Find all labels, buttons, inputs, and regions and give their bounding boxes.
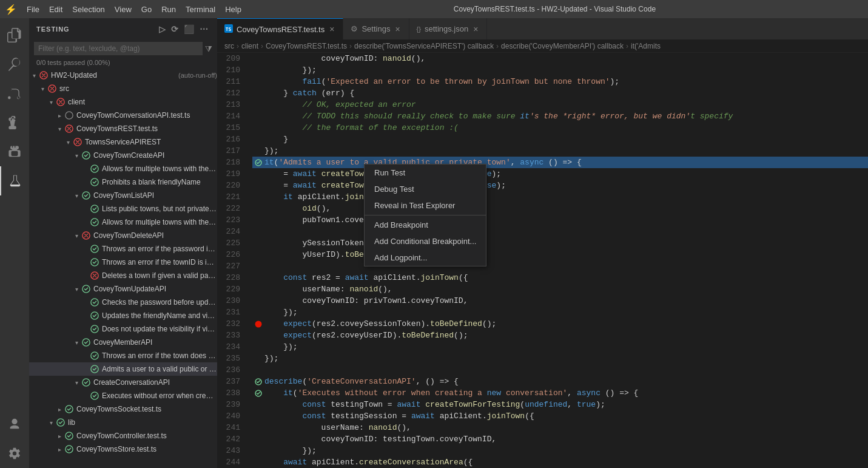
code-line: yUserID).toBeDefined(); bbox=[252, 249, 868, 260]
line-number: 226 bbox=[217, 249, 240, 260]
tree-arrow[interactable]: ▸ bbox=[55, 444, 64, 454]
more-actions-button[interactable]: ⋯ bbox=[198, 23, 210, 35]
tree-arrow[interactable]: ▾ bbox=[55, 124, 64, 134]
activity-accounts[interactable] bbox=[0, 410, 29, 439]
tree-arrow[interactable]: ▾ bbox=[72, 191, 81, 200]
tree-item-member-2[interactable]: Admits a user to a valid public or priva… bbox=[29, 362, 217, 376]
activity-source-control[interactable] bbox=[0, 79, 29, 108]
tab-settings[interactable]: ⚙Settings× bbox=[343, 18, 409, 39]
context-menu-item-add-breakpoint[interactable]: Add Breakpoint bbox=[365, 217, 486, 233]
context-menu-item-add-logpoint[interactable]: Add Logpoint... bbox=[365, 249, 486, 266]
context-menu-item-reveal-in-explorer[interactable]: Reveal in Test Explorer bbox=[365, 197, 486, 214]
tree-item-socket-test[interactable]: ▸CoveyTownsSocket.test.ts bbox=[29, 402, 217, 416]
run-with-coverage-button[interactable]: ⟳ bbox=[170, 23, 180, 35]
tree-item-delete-api[interactable]: ▾CoveyTownDeleteAPI bbox=[29, 229, 217, 242]
tree-item-update-1[interactable]: Checks the password before updating any … bbox=[29, 296, 217, 309]
tree-item-delete-1[interactable]: Throws an error if the password is inval… bbox=[29, 242, 217, 256]
tree-arrow[interactable]: ▾ bbox=[72, 284, 81, 294]
tree-item-src[interactable]: ▾src bbox=[29, 82, 217, 95]
breadcrumb-part-0[interactable]: src bbox=[224, 42, 234, 50]
breadcrumb-separator: › bbox=[626, 42, 628, 50]
tree-item-conv-1[interactable]: Executes without error when creating a n… bbox=[29, 389, 217, 402]
tree-item-store[interactable]: ▸CoveyTownsStore.test.ts bbox=[29, 443, 217, 456]
tree-arrow[interactable]: ▸ bbox=[55, 110, 64, 120]
run-all-button[interactable]: ▷ bbox=[158, 23, 167, 35]
tree-item-create-api[interactable]: ▾CoveyTownCreateAPI bbox=[29, 149, 217, 162]
breadcrumb-part-4[interactable]: describe('CoveyMemberAPI') callback bbox=[501, 42, 624, 50]
tree-item-covey-town-conv[interactable]: ▸CoveyTownConversationAPI.test.ts bbox=[29, 109, 217, 122]
tab-main[interactable]: TSCoveyTownsREST.test.ts× bbox=[217, 18, 343, 39]
menu-help[interactable]: Help bbox=[220, 4, 246, 15]
breadcrumb-part-5[interactable]: it('Admits bbox=[631, 42, 661, 50]
tree-item-covey-towns-rest[interactable]: ▾CoveyTownsREST.test.ts bbox=[29, 122, 217, 135]
tree-arrow[interactable]: ▾ bbox=[72, 231, 81, 240]
tree-item-list-api[interactable]: ▾CoveyTownListAPI bbox=[29, 189, 217, 202]
tree-item-towns-svc[interactable]: ▾TownsServiceAPIREST bbox=[29, 135, 217, 149]
tree-arrow[interactable]: ▸ bbox=[55, 404, 64, 414]
activity-search[interactable] bbox=[0, 50, 29, 79]
sidebar-title: TESTING bbox=[36, 25, 70, 33]
activity-run-debug[interactable] bbox=[0, 108, 29, 137]
tab-close-button[interactable]: × bbox=[394, 24, 401, 35]
tree-arrow[interactable]: ▾ bbox=[63, 137, 73, 147]
activity-settings[interactable] bbox=[0, 439, 29, 468]
stop-button[interactable]: ⬛ bbox=[183, 23, 196, 35]
menu-file[interactable]: File bbox=[22, 4, 44, 15]
breadcrumb-part-3[interactable]: describe('TownsServiceAPIREST') callback bbox=[354, 42, 494, 50]
code-line bbox=[252, 226, 868, 237]
tree-item-label: CreateConversationAPI bbox=[93, 378, 217, 387]
tree-arrow[interactable]: ▸ bbox=[55, 431, 64, 441]
tab-settings-json[interactable]: {}settings.json× bbox=[409, 18, 488, 39]
tree-arrow[interactable]: ▾ bbox=[72, 337, 81, 347]
filter-input[interactable] bbox=[34, 42, 203, 55]
tree-item-client[interactable]: ▾client bbox=[29, 95, 217, 109]
code-line: const res2 = await apiClient.joinTown({ bbox=[252, 272, 868, 283]
activity-extensions[interactable] bbox=[0, 137, 29, 166]
tree-arrow[interactable]: ▾ bbox=[29, 70, 39, 80]
tree-arrow[interactable]: ▾ bbox=[72, 378, 81, 387]
menu-terminal[interactable]: Terminal bbox=[181, 4, 220, 15]
context-menu: Run TestDebug TestReveal in Test Explore… bbox=[364, 164, 486, 266]
tree-item-delete-2[interactable]: Throws an error if the townID is invalid bbox=[29, 256, 217, 269]
tree-item-delete-3[interactable]: Deletes a town if given a valid password… bbox=[29, 269, 217, 282]
tab-close-button[interactable]: × bbox=[472, 24, 479, 35]
breadcrumb-part-2[interactable]: CoveyTownsREST.test.ts bbox=[266, 42, 347, 50]
tree-item-list-2[interactable]: Allows for multiple towns with the same … bbox=[29, 215, 217, 229]
menu-selection[interactable]: Selection bbox=[67, 4, 109, 15]
menu-edit[interactable]: Edit bbox=[44, 4, 67, 15]
tree-item-update-api[interactable]: ▾CoveyTownUpdateAPI bbox=[29, 282, 217, 296]
tree-arrow[interactable]: ▾ bbox=[46, 418, 56, 427]
code-content[interactable]: coveyTownID: nanoid(), }); fail('Expecte… bbox=[247, 53, 868, 468]
tree-item-conv-api[interactable]: ▾CreateConversationAPI bbox=[29, 376, 217, 389]
activity-testing[interactable] bbox=[0, 166, 29, 195]
code-area[interactable]: 2092102112122132142152162172182192202212… bbox=[217, 53, 868, 468]
tree-item-list-1[interactable]: Lists public towns, but not private town… bbox=[29, 202, 217, 215]
tree-item-hw2[interactable]: ▾HW2-Updated(auto-run-off) bbox=[29, 69, 217, 82]
tree-item-update-2[interactable]: Updates the friendlyName and visibility … bbox=[29, 309, 217, 322]
breadcrumb-part-1[interactable]: client bbox=[241, 42, 258, 50]
context-menu-item-add-conditional-breakpoint[interactable]: Add Conditional Breakpoint... bbox=[365, 233, 486, 249]
tree-arrow[interactable]: ▾ bbox=[46, 97, 56, 107]
tree-arrow[interactable]: ▾ bbox=[72, 151, 81, 160]
activity-explorer[interactable] bbox=[0, 21, 29, 50]
context-menu-item-debug-test[interactable]: Debug Test bbox=[365, 181, 486, 197]
tree-arrow[interactable]: ▾ bbox=[38, 84, 47, 93]
tab-close-button[interactable]: × bbox=[328, 24, 335, 35]
code-line: coveyTownID: privTown1.coveyTownID, bbox=[252, 295, 868, 307]
menu-view[interactable]: View bbox=[110, 4, 136, 15]
context-menu-item-run-test[interactable]: Run Test bbox=[365, 164, 486, 181]
tree-item-controller[interactable]: ▸CoveyTownController.test.ts bbox=[29, 429, 217, 443]
tree-status-icon bbox=[73, 137, 82, 147]
tree-status-icon bbox=[81, 284, 91, 294]
tree-item-create-1[interactable]: Allows for multiple towns with the same … bbox=[29, 162, 217, 175]
filter-icon[interactable]: ⧩ bbox=[205, 44, 212, 54]
tree-status-icon bbox=[90, 177, 99, 187]
tree-item-member-api[interactable]: ▾CoveyMemberAPI bbox=[29, 336, 217, 349]
menu-go[interactable]: Go bbox=[136, 4, 156, 15]
tree-item-update-3[interactable]: Does not update the visibility if visibi… bbox=[29, 322, 217, 336]
line-number: 215 bbox=[217, 122, 240, 134]
tree-item-create-2[interactable]: Prohibits a blank friendlyName bbox=[29, 175, 217, 189]
menu-run[interactable]: Run bbox=[156, 4, 181, 15]
tree-item-member-1[interactable]: Throws an error if the town does not exi… bbox=[29, 349, 217, 362]
tree-item-lib[interactable]: ▾lib bbox=[29, 416, 217, 429]
